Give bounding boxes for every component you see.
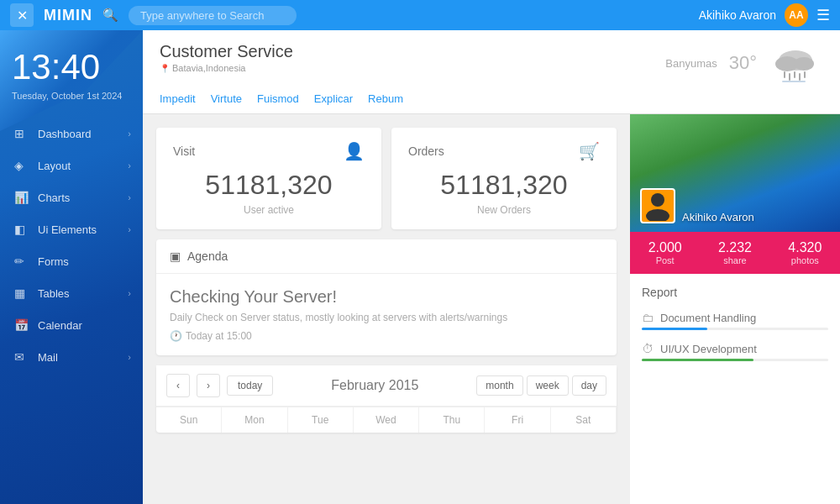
sidebar-item-label: Dashboard (38, 128, 92, 140)
svg-rect-4 (789, 73, 790, 81)
page-title: Customer Service (160, 42, 293, 61)
calendar-nav-header: ‹ › today February 2015 month week day (156, 365, 617, 407)
app-logo: MIMIN (44, 7, 92, 24)
page-location: Batavia,Indonesia (160, 63, 293, 73)
stat-card-1: Orders 🛒 51181,320 New Orders (391, 128, 617, 229)
stat-icon: 👤 (344, 141, 365, 161)
report-item-icon: ⏱ (642, 342, 654, 355)
weather-cloud-icon (769, 42, 823, 84)
agenda-event-time: 🕐 Today at 15:00 (170, 330, 603, 342)
agenda-label: Agenda (187, 249, 228, 263)
tab-explicar[interactable]: Explicar (314, 92, 353, 113)
cal-day-wed: Wed (354, 407, 419, 433)
weather-widget: Banyumas 30° (665, 42, 823, 84)
chevron-right-icon: › (128, 129, 131, 139)
top-bar: ✕ MIMIN 🔍 Akihiko Avaron AA ☰ (0, 0, 840, 30)
profile-stat-label: photos (775, 255, 835, 265)
stat-value: 51181,320 (173, 170, 365, 201)
layout-icon: ◈ (14, 159, 29, 172)
profile-card: Akihiko Avaron 2.000 Post 2.232 share 4.… (630, 114, 840, 274)
svg-rect-3 (784, 71, 785, 78)
calendar-days-header: SunMonTueWedThuFriSat (156, 407, 617, 433)
calendar-month-button[interactable]: month (476, 375, 522, 396)
page-tabs: ImpeditVirtuteFuismodExplicarRebum (160, 92, 823, 113)
right-panel: Akihiko Avaron 2.000 Post 2.232 share 4.… (630, 114, 840, 504)
report-title: Report (642, 286, 828, 299)
report-bar-fill (642, 328, 707, 330)
svg-point-10 (646, 209, 669, 221)
report-item-label: UI/UX Development (660, 343, 757, 355)
calendar-nav: ‹ › today February 2015 month week day S… (156, 365, 617, 433)
top-bar-right: Akihiko Avaron AA ☰ (699, 3, 830, 27)
sidebar-item-charts[interactable]: 📊 Charts › (0, 181, 143, 213)
left-content: Visit 👤 51181,320 User active Orders 🛒 5… (143, 114, 630, 504)
calendar-title: February 2015 (280, 378, 470, 393)
stat-sub: User active (173, 204, 365, 216)
sidebar-time: 13:40 (0, 30, 143, 91)
chevron-right-icon: › (128, 160, 131, 171)
avatar: AA (785, 3, 808, 27)
sidebar: 13:40 Tuesday, October 1st 2024 ⊞ Dashbo… (0, 30, 143, 504)
profile-stat-value: 2.000 (635, 240, 695, 255)
search-icon: 🔍 (102, 8, 118, 23)
cal-day-thu: Thu (419, 407, 485, 433)
svg-rect-7 (804, 71, 806, 78)
profile-stat-Post: 2.000 Post (630, 232, 700, 274)
agenda-card: ▣ Agenda Checking Your Server! Daily Che… (156, 239, 617, 355)
calendar-prev-button[interactable]: ‹ (166, 374, 190, 397)
mail-icon: ✉ (14, 350, 29, 364)
profile-stat-value: 4.320 (775, 240, 835, 255)
dashboard-icon: ⊞ (14, 127, 29, 140)
chevron-right-icon: › (128, 288, 131, 298)
stat-card-header: Orders 🛒 (408, 141, 600, 161)
tab-fuismod[interactable]: Fuismod (257, 92, 299, 113)
report-bar-track (642, 328, 828, 330)
agenda-icon: ▣ (170, 249, 181, 263)
sidebar-item-label: Forms (38, 255, 69, 268)
profile-stat-value: 2.232 (705, 240, 764, 255)
sidebar-item-mail[interactable]: ✉ Mail › (0, 341, 143, 373)
sidebar-item-layout[interactable]: ◈ Layout › (0, 150, 143, 181)
sidebar-item-label: Charts (38, 192, 70, 204)
calendar-icon: 📅 (14, 318, 29, 332)
sidebar-item-label: Ui Elements (38, 223, 97, 236)
profile-stat-label: Post (635, 255, 695, 265)
report-item-document-handling: 🗀 Document Handling (642, 311, 828, 330)
agenda-content: Checking Your Server! Daily Check on Ser… (156, 274, 617, 355)
agenda-event-title: Checking Your Server! (170, 287, 603, 307)
profile-stat-share: 2.232 share (700, 232, 769, 274)
sidebar-item-calendar[interactable]: 📅 Calendar (0, 309, 143, 341)
cal-day-tue: Tue (288, 407, 354, 433)
svg-point-2 (794, 57, 814, 71)
report-bar-track (642, 359, 828, 361)
profile-name: Akihiko Avaron (682, 211, 754, 223)
menu-icon[interactable]: ☰ (816, 6, 830, 24)
calendar-today-button[interactable]: today (227, 375, 273, 396)
stat-sub: New Orders (408, 204, 600, 216)
calendar-week-button[interactable]: week (527, 375, 569, 396)
agenda-header: ▣ Agenda (156, 239, 617, 274)
sidebar-item-ui-elements[interactable]: ◧ Ui Elements › (0, 213, 143, 245)
close-button[interactable]: ✕ (10, 3, 34, 27)
tab-virtute[interactable]: Virtute (211, 92, 242, 113)
sidebar-item-tables[interactable]: ▦ Tables › (0, 277, 143, 309)
sidebar-item-forms[interactable]: ✏ Forms (0, 245, 143, 277)
search-input[interactable] (129, 6, 297, 25)
forms-icon: ✏ (14, 255, 29, 268)
tab-rebum[interactable]: Rebum (368, 92, 403, 113)
profile-stat-photos: 4.320 photos (770, 232, 840, 274)
cal-day-sat: Sat (551, 407, 617, 433)
stat-icon: 🛒 (579, 141, 600, 161)
profile-avatar (640, 188, 675, 223)
tab-impedit[interactable]: Impedit (160, 92, 196, 113)
page-header: Customer Service Batavia,Indonesia Banyu… (143, 30, 840, 114)
user-name: Akihiko Avaron (699, 8, 776, 22)
content-area: Customer Service Batavia,Indonesia Banyu… (143, 30, 840, 504)
calendar-next-button[interactable]: › (197, 374, 220, 397)
tables-icon: ▦ (14, 286, 29, 300)
cal-day-sun: Sun (156, 407, 222, 433)
stat-card-header: Visit 👤 (173, 141, 365, 161)
weather-temp: 30° (729, 52, 757, 74)
sidebar-item-dashboard[interactable]: ⊞ Dashboard › (0, 118, 143, 150)
calendar-day-button[interactable]: day (572, 375, 606, 396)
